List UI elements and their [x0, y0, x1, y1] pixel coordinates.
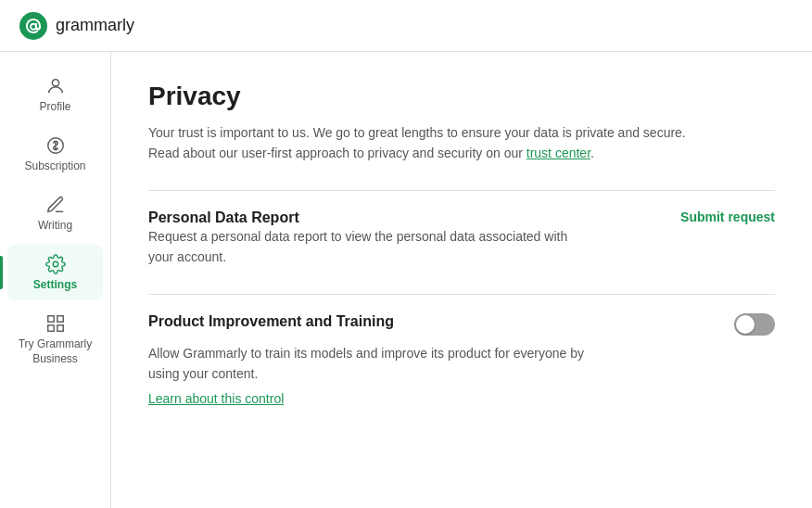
submit-request-button[interactable]: Submit request: [680, 210, 775, 224]
sidebar-item-settings-label: Settings: [33, 278, 77, 291]
sidebar-item-subscription-label: Subscription: [24, 159, 85, 172]
personal-data-report-title: Personal Data Report: [148, 210, 593, 226]
main-content: Privacy Your trust is important to us. W…: [111, 52, 812, 508]
intro-text-period: .: [590, 146, 594, 160]
sidebar-item-writing-label: Writing: [38, 219, 72, 232]
svg-point-1: [52, 80, 58, 86]
svg-rect-5: [57, 316, 62, 322]
sidebar: Profile Subscription Writing Settings: [0, 52, 111, 508]
product-improvement-title: Product Improvement and Training: [148, 313, 394, 330]
sidebar-item-subscription[interactable]: Subscription: [7, 126, 103, 182]
product-improvement-text: Product Improvement and Training: [148, 313, 394, 330]
svg-point-0: [19, 12, 47, 40]
intro-paragraph: Your trust is important to us. We go to …: [148, 122, 686, 164]
svg-rect-7: [47, 325, 53, 331]
pen-icon: [45, 195, 66, 215]
grammarly-logo-icon: [19, 11, 48, 41]
dollar-circle-icon: [45, 135, 66, 156]
svg-rect-4: [47, 316, 53, 322]
sidebar-item-profile[interactable]: Profile: [7, 67, 103, 122]
learn-about-control-link[interactable]: Learn about this control: [148, 391, 284, 406]
product-improvement-description: Allow Grammarly to train its models and …: [148, 343, 593, 385]
logo-area: grammarly: [19, 11, 134, 41]
svg-rect-6: [57, 325, 62, 331]
personal-data-report-header: Personal Data Report Request a personal …: [148, 210, 775, 268]
intro-text-before-link: Your trust is important to us. We go to …: [148, 125, 686, 160]
main-layout: Profile Subscription Writing Settings: [0, 52, 812, 508]
logo-text: grammarly: [56, 16, 134, 35]
product-improvement-header: Product Improvement and Training: [148, 313, 775, 336]
sidebar-item-try-grammarly-business-label: Try Grammarly Business: [15, 337, 95, 366]
gear-icon: [45, 254, 66, 274]
product-improvement-section: Product Improvement and Training Allow G…: [148, 294, 775, 426]
sidebar-item-settings[interactable]: Settings: [7, 245, 103, 300]
sidebar-item-profile-label: Profile: [39, 100, 70, 113]
page-title: Privacy: [148, 82, 775, 111]
toggle-thumb: [736, 315, 755, 334]
personal-data-report-description: Request a personal data report to view t…: [148, 226, 593, 268]
header: grammarly: [0, 0, 812, 52]
sidebar-item-writing[interactable]: Writing: [7, 185, 103, 241]
sidebar-item-try-grammarly-business[interactable]: Try Grammarly Business: [7, 304, 103, 375]
product-improvement-toggle[interactable]: [734, 313, 775, 336]
person-icon: [45, 76, 66, 96]
trust-center-link[interactable]: trust center: [527, 146, 590, 160]
toggle-track: [734, 313, 775, 336]
building-icon: [45, 313, 66, 334]
product-improvement-toggle-wrapper: [734, 313, 775, 336]
svg-point-3: [53, 261, 58, 267]
personal-data-report-text: Personal Data Report Request a personal …: [148, 210, 593, 268]
personal-data-report-section: Personal Data Report Request a personal …: [148, 190, 775, 294]
